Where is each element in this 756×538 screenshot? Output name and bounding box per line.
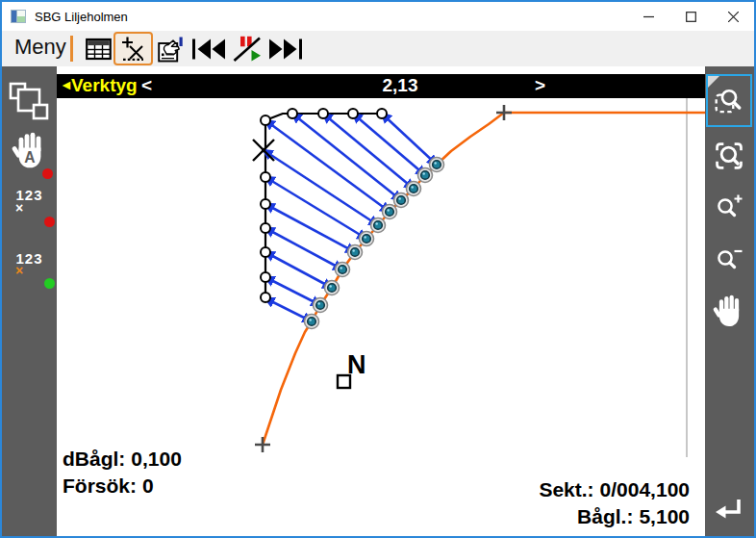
forsok-label: Försök: <box>63 474 137 497</box>
count-tool-2-mark: × <box>15 263 23 278</box>
hand-a-icon: A <box>11 128 49 170</box>
count-tool-1-mark: × <box>15 200 23 216</box>
menu-button[interactable]: Meny <box>14 35 66 60</box>
bagl-value: 5,100 <box>639 505 690 527</box>
close-button[interactable] <box>712 2 754 31</box>
prev-button[interactable]: < <box>141 75 152 96</box>
section-tool-button[interactable] <box>113 32 153 65</box>
go-last-button[interactable] <box>265 32 304 65</box>
zoom-extents-icon <box>713 140 745 172</box>
current-value: 2,13 <box>383 75 418 96</box>
hand-letter: A <box>24 149 35 166</box>
edit-form-icon <box>157 35 186 64</box>
pan-hand-icon <box>712 292 746 328</box>
zoom-window-icon <box>714 86 744 116</box>
enter-arrow-icon <box>713 496 745 525</box>
enter-button[interactable] <box>706 493 752 527</box>
sekt-value: 0/004,100 <box>600 478 690 500</box>
status-dot-red-2 <box>44 217 55 227</box>
count-tool-1-label[interactable]: 123 <box>2 187 57 203</box>
count-tool-2-label[interactable]: 123 <box>2 250 57 267</box>
section-tool-icon <box>120 36 146 62</box>
layers-tool-button[interactable] <box>2 82 57 121</box>
window-title: SBG Liljeholmen <box>35 10 128 24</box>
go-first-icon <box>191 37 228 62</box>
view-toolbar[interactable]: ◄ Verktyg < 2,13 > <box>57 74 705 98</box>
toolbar-separator <box>70 36 73 62</box>
pause-play-icon <box>232 36 264 63</box>
table-view-button[interactable] <box>83 32 113 65</box>
zoom-in-icon <box>714 192 744 223</box>
layers-icon <box>9 82 51 121</box>
bagl-label: Bågl.: <box>577 505 633 527</box>
status-right: Sekt.:0/004,100 Bågl.:5,100 <box>539 476 690 530</box>
app-window: SBG Liljeholmen Meny <box>0 0 756 538</box>
tool-label: Verktyg <box>71 75 138 96</box>
pan-point-tool-button[interactable]: A <box>2 128 57 170</box>
status-left: dBågl:0,100 Försök:0 <box>63 446 182 500</box>
next-button[interactable]: > <box>535 75 545 96</box>
titlebar: SBG Liljeholmen <box>2 2 754 31</box>
status-dot-red-1 <box>42 168 53 179</box>
maximize-button[interactable] <box>669 2 712 31</box>
forsok-value: 0 <box>142 474 154 497</box>
drawing-canvas[interactable]: N ◄ Verktyg < 2,13 > dBågl:0,100 Försök:… <box>57 66 705 536</box>
dbagl-label: dBågl: <box>63 448 125 470</box>
left-sidebar: A 123 × 123 × <box>2 66 57 536</box>
pause-play-button[interactable] <box>230 32 265 65</box>
zoom-out-button[interactable] <box>706 240 752 280</box>
toolbar: Meny <box>2 31 754 66</box>
table-icon <box>86 37 112 62</box>
status-dot-green <box>44 278 55 289</box>
right-sidebar <box>705 66 754 536</box>
sekt-label: Sekt.: <box>539 478 593 500</box>
fold-corner <box>708 76 719 88</box>
zoom-window-button[interactable] <box>706 74 752 127</box>
zoom-out-icon <box>714 244 744 275</box>
minimize-button[interactable] <box>627 2 669 31</box>
pan-button[interactable] <box>706 289 752 331</box>
edit-form-button[interactable] <box>155 32 188 65</box>
go-first-button[interactable] <box>190 32 229 65</box>
zoom-in-button[interactable] <box>706 188 752 228</box>
app-icon <box>11 10 26 23</box>
dbagl-value: 0,100 <box>131 448 182 470</box>
go-last-icon <box>266 37 303 62</box>
zoom-extents-button[interactable] <box>706 134 752 178</box>
